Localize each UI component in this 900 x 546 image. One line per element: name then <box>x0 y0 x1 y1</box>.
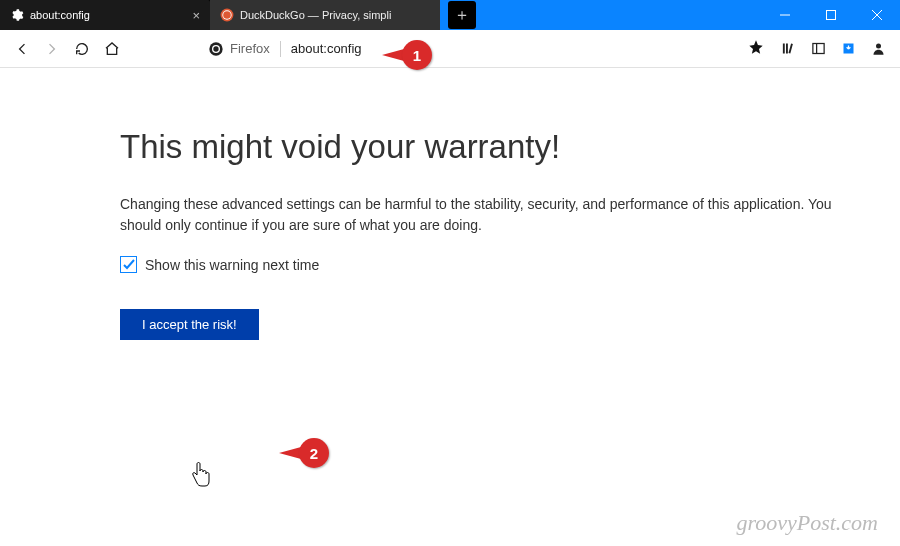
content-area: This might void your warranty! Changing … <box>0 68 900 546</box>
minimize-button[interactable] <box>762 0 808 30</box>
url-identity: Firefox <box>230 41 270 56</box>
svg-rect-11 <box>786 44 788 54</box>
svg-point-9 <box>213 46 218 51</box>
svg-rect-10 <box>782 44 784 54</box>
svg-point-16 <box>876 44 881 49</box>
warning-body: Changing these advanced settings can be … <box>120 194 840 236</box>
tab-label: DuckDuckGo — Privacy, simpli <box>240 9 430 21</box>
firefox-icon <box>208 41 224 57</box>
watermark-text: groovyPost.com <box>736 510 878 536</box>
forward-button[interactable] <box>38 35 66 63</box>
url-text: about:config <box>291 41 362 56</box>
bookmark-star-icon[interactable] <box>748 39 764 58</box>
window-controls <box>762 0 900 30</box>
new-tab-button[interactable]: ＋ <box>448 1 476 29</box>
svg-point-2 <box>223 11 231 19</box>
show-warning-checkbox-row[interactable]: Show this warning next time <box>120 256 840 273</box>
profile-button[interactable] <box>864 35 892 63</box>
new-tab-area: ＋ <box>440 0 762 30</box>
url-bar[interactable]: Firefox about:config <box>200 35 772 63</box>
checkbox-label: Show this warning next time <box>145 257 319 273</box>
close-window-button[interactable] <box>854 0 900 30</box>
svg-rect-13 <box>812 44 823 54</box>
tab-strip: about:config × DuckDuckGo — Privacy, sim… <box>0 0 900 30</box>
nav-toolbar: Firefox about:config <box>0 30 900 68</box>
checkbox-checked-icon[interactable] <box>120 256 137 273</box>
duckduckgo-icon <box>220 8 234 22</box>
download-button[interactable] <box>834 35 862 63</box>
tab-duckduckgo[interactable]: DuckDuckGo — Privacy, simpli <box>210 0 440 30</box>
tab-label: about:config <box>30 9 186 21</box>
warning-title: This might void your warranty! <box>120 128 840 166</box>
svg-rect-4 <box>827 11 836 20</box>
gear-icon <box>10 8 24 22</box>
reload-button[interactable] <box>68 35 96 63</box>
back-button[interactable] <box>8 35 36 63</box>
maximize-button[interactable] <box>808 0 854 30</box>
sidebar-button[interactable] <box>804 35 832 63</box>
library-button[interactable] <box>774 35 802 63</box>
accept-risk-button[interactable]: I accept the risk! <box>120 309 259 340</box>
home-button[interactable] <box>98 35 126 63</box>
close-icon[interactable]: × <box>192 9 200 22</box>
url-separator <box>280 41 281 57</box>
tab-about-config[interactable]: about:config × <box>0 0 210 30</box>
svg-rect-12 <box>788 43 792 53</box>
